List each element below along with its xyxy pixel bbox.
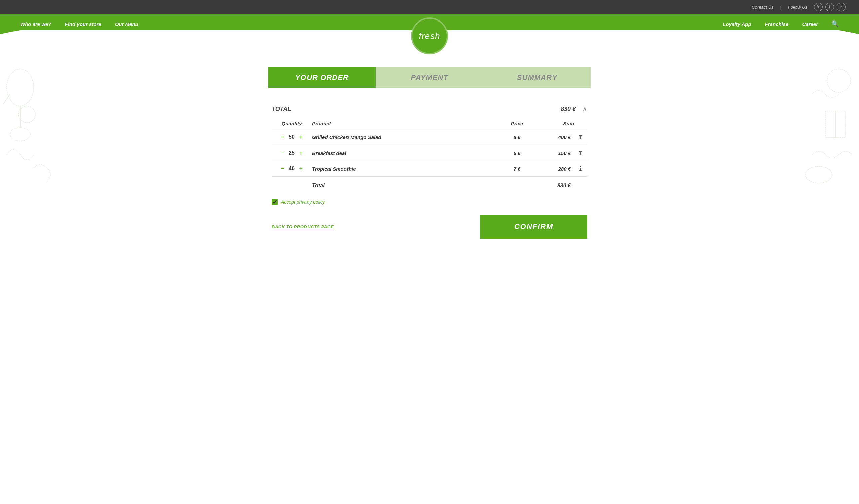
main-content: YOUR ORDER PAYMENT SUMMARY TOTAL 830 € ∧…	[261, 54, 598, 259]
total-label: TOTAL	[272, 106, 291, 112]
delete-btn-1[interactable]: 🗑	[574, 134, 587, 140]
confirm-button[interactable]: CONFIRM	[480, 215, 587, 239]
top-bar: Contact Us | Follow Us 𝕏 f ○	[0, 0, 859, 14]
qty-num-1: 50	[288, 134, 296, 140]
order-section: TOTAL 830 € ∧ Quantity Product Price Sum…	[268, 102, 591, 239]
tab-summary[interactable]: SUMMARY	[483, 67, 591, 88]
svg-line-4	[3, 94, 10, 104]
total-footer-value: 830 €	[557, 183, 587, 189]
col-actions	[574, 121, 587, 126]
product-name-2: Breakfast deal	[312, 150, 500, 156]
privacy-link[interactable]: Accept privacy policy	[281, 199, 325, 204]
table-row: − 25 + Breakfast deal 6 € 150 € 🗑	[272, 145, 587, 161]
price-2: 6 €	[500, 150, 534, 156]
qty-cell-3: − 40 +	[272, 166, 312, 172]
social-icons: 𝕏 f ○	[814, 3, 846, 12]
logo-text: fresh	[419, 31, 440, 41]
facebook-icon[interactable]: f	[825, 3, 834, 12]
delete-btn-2[interactable]: 🗑	[574, 150, 587, 156]
sum-3: 280 €	[534, 166, 574, 172]
decrease-btn-3[interactable]: −	[281, 166, 284, 172]
svg-point-3	[18, 106, 35, 123]
total-footer: Total 830 €	[272, 177, 587, 192]
privacy-checkbox[interactable]	[272, 199, 277, 205]
svg-point-5	[827, 69, 850, 92]
sum-2: 150 €	[534, 150, 574, 156]
nav-wrapper: Who are we? Find your store Our Menu fre…	[0, 14, 859, 54]
nav-right: Loyalty App Franchise Career 🔍	[723, 20, 839, 28]
svg-point-8	[805, 166, 832, 183]
decrease-btn-2[interactable]: −	[281, 150, 284, 156]
nav-logo[interactable]: fresh	[411, 17, 448, 55]
table-row: − 40 + Tropical Smoothie 7 € 280 € 🗑	[272, 161, 587, 177]
back-to-products-link[interactable]: BACK TO PRODUCTS PAGE	[272, 225, 334, 229]
decrease-btn-1[interactable]: −	[281, 134, 284, 140]
delete-btn-3[interactable]: 🗑	[574, 166, 587, 172]
steps-tabs: YOUR ORDER PAYMENT SUMMARY	[268, 67, 591, 88]
nav-left: Who are we? Find your store Our Menu	[20, 21, 138, 27]
qty-num-2: 25	[288, 150, 296, 156]
svg-point-2	[10, 128, 30, 141]
col-quantity: Quantity	[272, 121, 312, 126]
svg-point-0	[7, 69, 34, 106]
svg-rect-6	[825, 111, 846, 138]
sum-1: 400 €	[534, 134, 574, 140]
increase-btn-3[interactable]: +	[299, 166, 303, 172]
increase-btn-2[interactable]: +	[299, 150, 303, 156]
price-3: 7 €	[500, 166, 534, 172]
total-value: 830 €	[561, 106, 576, 112]
instagram-icon[interactable]: ○	[837, 3, 846, 12]
nav-who-are-we[interactable]: Who are we?	[20, 21, 51, 27]
tab-payment[interactable]: PAYMENT	[376, 67, 483, 88]
nav-find-store[interactable]: Find your store	[65, 21, 102, 27]
divider: |	[780, 5, 781, 10]
twitter-icon[interactable]: 𝕏	[814, 3, 823, 12]
qty-num-3: 40	[288, 166, 296, 172]
col-sum: Sum	[534, 121, 574, 126]
qty-cell-1: − 50 +	[272, 134, 312, 140]
nav-franchise[interactable]: Franchise	[765, 21, 789, 27]
sketch-left	[0, 60, 60, 196]
privacy-row: Accept privacy policy	[272, 199, 587, 205]
nav-our-menu[interactable]: Our Menu	[115, 21, 138, 27]
product-name-3: Tropical Smoothie	[312, 166, 500, 172]
table-row: − 50 + Grilled Chicken Mango Salad 8 € 4…	[272, 129, 587, 145]
collapse-toggle[interactable]: ∧	[583, 105, 587, 113]
total-footer-label: Total	[272, 183, 325, 189]
bottom-actions: BACK TO PRODUCTS PAGE CONFIRM	[272, 215, 587, 239]
total-right: 830 € ∧	[561, 105, 587, 113]
tab-your-order[interactable]: YOUR ORDER	[268, 67, 376, 88]
sketch-right	[792, 60, 859, 196]
col-product: Product	[312, 121, 500, 126]
nav-loyalty-app[interactable]: Loyalty App	[723, 21, 751, 27]
total-row: TOTAL 830 € ∧	[272, 102, 587, 118]
contact-us-link[interactable]: Contact Us	[752, 5, 773, 10]
follow-us-label: Follow Us	[788, 5, 807, 10]
increase-btn-1[interactable]: +	[299, 134, 303, 140]
table-header: Quantity Product Price Sum	[272, 118, 587, 129]
search-icon[interactable]: 🔍	[831, 20, 839, 28]
nav-career[interactable]: Career	[802, 21, 818, 27]
col-price: Price	[500, 121, 534, 126]
price-1: 8 €	[500, 134, 534, 140]
product-name-1: Grilled Chicken Mango Salad	[312, 134, 500, 140]
qty-cell-2: − 25 +	[272, 150, 312, 156]
